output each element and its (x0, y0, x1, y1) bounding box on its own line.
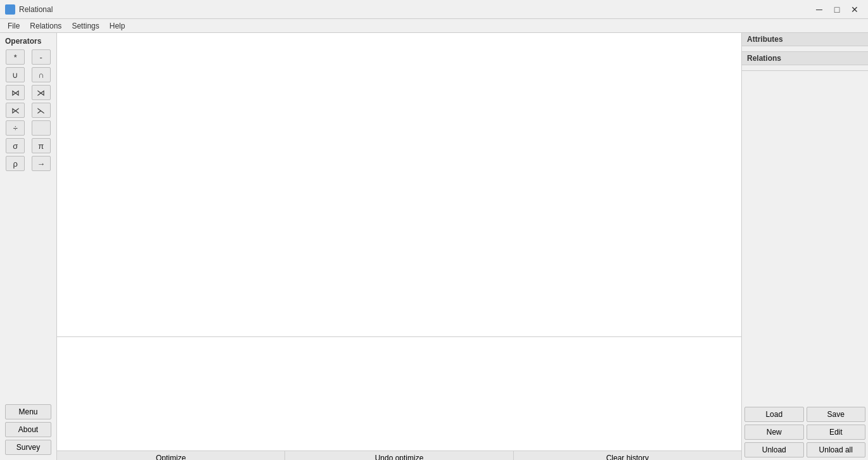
titlebar-left: Relational (5, 4, 53, 15)
operator-row: ⋈⋊ (3, 85, 54, 100)
operator-button-*[interactable]: * (6, 49, 25, 65)
load-button[interactable]: Load (744, 407, 804, 422)
relations-header: Relations (742, 52, 868, 65)
operator-button-⋈[interactable]: ⋈ (6, 85, 25, 100)
operator-row: ⋉⋋ (3, 103, 54, 118)
clear-history-button[interactable]: Clear history (514, 451, 741, 460)
app-title: Relational (19, 5, 53, 14)
menubar: FileRelationsSettingsHelp (0, 19, 868, 33)
app-icon (5, 4, 15, 15)
operator-button-empty (32, 120, 51, 136)
right-buttons: Load Save New Edit Unload Unload all (742, 404, 868, 460)
edit-button[interactable]: Edit (807, 425, 866, 440)
operator-button-⋋[interactable]: ⋋ (32, 103, 51, 118)
close-button[interactable]: ✕ (846, 3, 863, 16)
left-panel: Operators *-∪∩⋈⋊⋉⋋÷σπρ→ Menu About Surve… (0, 33, 57, 460)
undo-optimize-button[interactable]: Undo optimize (285, 451, 513, 460)
maximize-button[interactable]: □ (829, 3, 845, 16)
operator-row: σπ (3, 138, 54, 153)
about-button[interactable]: About (5, 422, 51, 437)
history-controls: Optimize Undo optimize Clear history (57, 451, 741, 460)
operator-grid: *-∪∩⋈⋊⋉⋋÷σπρ→ (3, 49, 54, 174)
right-panel: Attributes Relations Load Save New Edit … (741, 33, 868, 460)
left-bottom-buttons: Menu About Survey (3, 402, 54, 457)
operator-button-⋉[interactable]: ⋉ (6, 103, 25, 118)
operator-button-⋊[interactable]: ⋊ (32, 85, 51, 100)
operator-button-ρ[interactable]: ρ (6, 156, 25, 171)
operators-label: Operators (3, 35, 54, 47)
history-area (57, 337, 741, 451)
menubar-item-help[interactable]: Help (105, 20, 131, 32)
save-button[interactable]: Save (807, 407, 866, 422)
unload-all-button[interactable]: Unload all (807, 442, 866, 457)
unload-button[interactable]: Unload (744, 442, 804, 457)
relations-content (742, 65, 868, 70)
operator-button-π[interactable]: π (32, 138, 51, 153)
new-button[interactable]: New (744, 425, 804, 440)
operator-row: *- (3, 49, 54, 65)
operator-button-σ[interactable]: σ (6, 138, 25, 153)
menubar-item-relations[interactable]: Relations (25, 20, 67, 32)
titlebar: Relational ─ □ ✕ (0, 0, 868, 19)
menubar-item-file[interactable]: File (3, 20, 25, 32)
relations-section: Relations (742, 52, 868, 71)
main-layout: Operators *-∪∩⋈⋊⋉⋋÷σπρ→ Menu About Surve… (0, 33, 868, 460)
operator-button-∪[interactable]: ∪ (6, 67, 25, 82)
minimize-button[interactable]: ─ (811, 3, 827, 16)
operator-button-∩[interactable]: ∩ (32, 67, 51, 82)
attributes-content (742, 46, 868, 51)
operator-row: ÷ (3, 120, 54, 136)
menubar-item-settings[interactable]: Settings (67, 20, 104, 32)
survey-button[interactable]: Survey (5, 440, 51, 455)
menu-button[interactable]: Menu (5, 404, 51, 419)
window-controls: ─ □ ✕ (811, 3, 863, 16)
attributes-header: Attributes (742, 33, 868, 46)
optimize-button[interactable]: Optimize (57, 451, 285, 460)
attributes-section: Attributes (742, 33, 868, 52)
operator-row: ρ→ (3, 156, 54, 171)
center-panel: Optimize Undo optimize Clear history ⌫ E… (57, 33, 741, 460)
table-area (57, 33, 741, 337)
operator-button-→[interactable]: → (32, 156, 51, 171)
operator-button-÷[interactable]: ÷ (6, 120, 25, 136)
operator-button--[interactable]: - (32, 49, 51, 65)
operator-row: ∪∩ (3, 67, 54, 82)
